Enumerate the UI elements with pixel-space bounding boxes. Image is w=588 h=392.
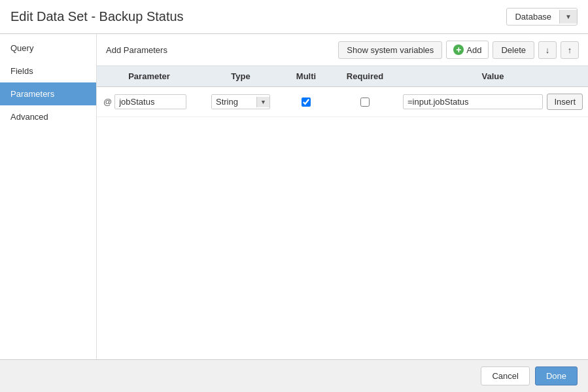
parameter-cell: @	[97, 92, 201, 112]
at-sign: @	[103, 97, 112, 107]
type-select[interactable]: String ▼	[211, 94, 270, 109]
col-header-value: Value	[398, 66, 588, 86]
chevron-down-icon: ▼	[559, 10, 577, 24]
show-system-variables-button[interactable]: Show system variables	[338, 41, 442, 59]
database-dropdown[interactable]: Database ▼	[506, 8, 578, 26]
insert-button[interactable]: Insert	[547, 94, 583, 110]
database-dropdown-label: Database	[507, 9, 559, 25]
table-row: @ String ▼	[97, 87, 588, 117]
value-cell: Insert	[398, 91, 588, 113]
sidebar-item-advanced[interactable]: Advanced	[0, 105, 96, 128]
multi-checkbox[interactable]	[302, 98, 311, 107]
table-body: @ String ▼	[97, 87, 588, 359]
multi-checkbox-wrapper	[302, 98, 311, 107]
value-input[interactable]	[403, 94, 543, 109]
required-checkbox[interactable]	[360, 98, 370, 107]
delete-button[interactable]: Delete	[493, 41, 534, 59]
type-select-label: String	[212, 95, 256, 109]
col-header-multi: Multi	[280, 66, 332, 86]
parameter-name-input[interactable]	[114, 94, 186, 109]
header: Edit Data Set - Backup Status Database ▼	[0, 0, 588, 34]
content-area: Add Parameters Show system variables + A…	[97, 34, 588, 359]
sidebar-item-parameters[interactable]: Parameters	[0, 82, 96, 105]
type-cell: String ▼	[201, 92, 280, 112]
toolbar-buttons: Show system variables + Add Delete ↓ ↑	[338, 41, 579, 59]
section-title: Add Parameters	[106, 45, 167, 55]
sidebar: Query Fields Parameters Advanced	[0, 34, 97, 359]
col-header-parameter: Parameter	[97, 66, 201, 86]
sidebar-item-query[interactable]: Query	[0, 37, 96, 60]
col-header-type: Type	[201, 66, 280, 86]
cancel-button[interactable]: Cancel	[481, 366, 529, 385]
required-cell	[332, 95, 398, 109]
footer: Cancel Done	[0, 359, 588, 392]
required-checkbox-wrapper	[360, 98, 370, 107]
add-button[interactable]: + Add	[446, 41, 489, 59]
col-header-required: Required	[332, 66, 398, 86]
plus-icon: +	[453, 45, 464, 55]
type-dropdown-icon: ▼	[256, 97, 269, 107]
content-toolbar: Add Parameters Show system variables + A…	[97, 34, 588, 66]
move-down-button[interactable]: ↓	[538, 41, 557, 59]
page-title: Edit Data Set - Backup Status	[10, 9, 184, 24]
move-up-button[interactable]: ↑	[561, 41, 579, 59]
main-content: Query Fields Parameters Advanced Add Par…	[0, 34, 588, 359]
multi-cell	[280, 95, 332, 109]
table-header: Parameter Type Multi Required Value	[97, 66, 588, 87]
sidebar-item-fields[interactable]: Fields	[0, 60, 96, 82]
done-button[interactable]: Done	[535, 366, 578, 385]
